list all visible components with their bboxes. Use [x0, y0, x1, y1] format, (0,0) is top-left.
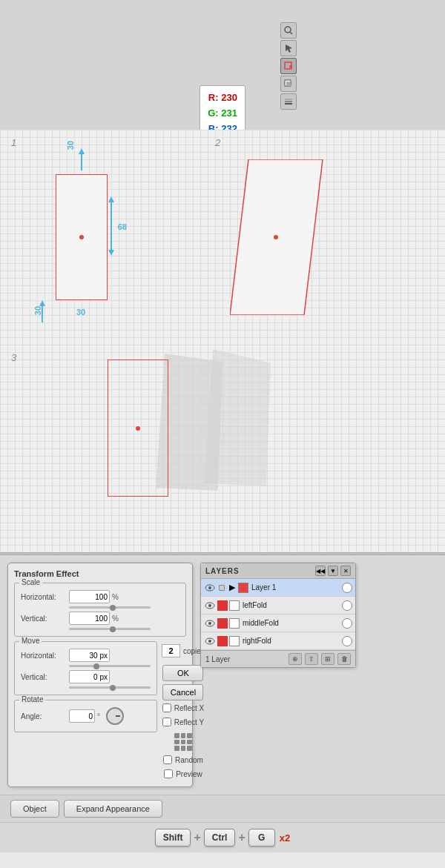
transform-dialog-title: Transform Effect — [14, 569, 186, 578]
layer-rightfold-row[interactable]: rightFold — [201, 632, 355, 650]
layer-leftfold-circle[interactable] — [342, 600, 352, 611]
layer-leftfold-name: leftFold — [243, 601, 342, 609]
move-h-slider[interactable] — [69, 665, 151, 667]
rotate-section: Rotate Angle: ° — [14, 700, 157, 732]
layers-footer-label: 1 Layer — [205, 655, 230, 663]
shape2 — [230, 159, 326, 317]
layer-rightfold-stripe — [217, 636, 228, 646]
layer-middlefold-row[interactable]: middleFold — [201, 614, 355, 632]
layer-1-row[interactable]: ▶ Layer 1 — [201, 579, 355, 597]
layers-collapse-btn[interactable]: ◀◀ — [315, 566, 326, 576]
layer-rightfold-visibility[interactable] — [204, 635, 216, 647]
scale-v-input[interactable] — [69, 612, 110, 625]
shift-key[interactable]: Shift — [155, 829, 191, 847]
section-1-label: 1 — [11, 137, 16, 148]
measure-top-label: 30 — [66, 141, 75, 150]
move-v-slider[interactable] — [69, 686, 151, 689]
scale-h-slider[interactable] — [69, 606, 151, 609]
measure-right-label: 68 — [118, 222, 127, 231]
reflect-y-label: Reflect Y — [174, 718, 204, 726]
svg-point-18 — [274, 235, 278, 239]
move-section: Move Horizontal: Vertical: — [14, 641, 157, 695]
color-g-value: G: 231 — [208, 106, 237, 122]
reflect-y-checkbox[interactable] — [162, 718, 171, 726]
scale-v-label: Vertical: — [21, 614, 69, 623]
layers-new-btn[interactable]: ⊕ — [289, 653, 302, 665]
copies-input[interactable] — [162, 644, 180, 657]
rotate-dial[interactable] — [106, 707, 124, 725]
preview-checkbox[interactable] — [164, 769, 173, 778]
bottom-panel: Transform Effect Scale Horizontal: % Ver… — [0, 555, 445, 795]
layers-duplicate-btn[interactable]: ⊞ — [321, 653, 334, 665]
layers-tool-btn[interactable] — [280, 93, 297, 110]
shape1-center-dot — [79, 235, 84, 239]
move-h-input[interactable] — [69, 649, 110, 662]
svg-point-22 — [208, 604, 211, 607]
layer-rightfold-swatch — [229, 636, 240, 646]
reflect-x-checkbox[interactable] — [162, 703, 171, 712]
layers-move-btn[interactable]: ⇧ — [305, 653, 318, 665]
layer-1-lock — [217, 583, 226, 592]
layer-middlefold-visibility[interactable] — [204, 617, 216, 629]
svg-marker-14 — [108, 250, 114, 256]
cancel-button[interactable]: Cancel — [162, 684, 203, 700]
copies-row: copies — [162, 644, 205, 657]
layer-1-circle[interactable] — [342, 583, 352, 593]
shortcut-bar: Shift + Ctrl + G x2 — [0, 822, 445, 852]
svg-marker-2 — [286, 44, 292, 53]
layers-title-bar: LAYERS ◀◀ ▼ ✕ — [201, 563, 355, 579]
layer-1-visibility[interactable] — [204, 582, 216, 594]
angle-input[interactable] — [69, 709, 95, 723]
svg-point-20 — [208, 586, 211, 589]
shape1: 30 68 30 30 — [56, 174, 108, 300]
shape3 — [108, 360, 168, 497]
layers-close-btn[interactable]: ✕ — [340, 566, 351, 576]
svg-marker-16 — [39, 300, 45, 306]
scale-v-slider[interactable] — [69, 628, 151, 630]
svg-line-1 — [290, 32, 292, 34]
zoom-tool-btn[interactable] — [280, 22, 297, 39]
reflect-y-row: Reflect Y — [162, 718, 204, 726]
layer-leftfold-row[interactable]: leftFold — [201, 597, 355, 614]
move-h-row: Horizontal: — [21, 649, 151, 662]
g-key[interactable]: G — [248, 829, 275, 847]
layer-leftfold-visibility[interactable] — [204, 600, 216, 612]
scale-v-unit: % — [112, 614, 119, 623]
reflect-x-row: Reflect X — [162, 703, 205, 712]
ctrl-key[interactable]: Ctrl — [204, 829, 236, 847]
scale-h-input[interactable] — [69, 590, 110, 603]
svg-point-0 — [285, 27, 291, 33]
svg-rect-8 — [285, 101, 292, 102]
section-3-label: 3 — [11, 352, 16, 363]
transform-dialog: Transform Effect Scale Horizontal: % Ver… — [7, 563, 193, 787]
expand-appearance-button[interactable]: Expand Appearance — [64, 800, 162, 818]
section-2-label: 2 — [215, 137, 220, 148]
move-label: Move — [19, 637, 42, 645]
layer-leftfold-stripe — [217, 600, 228, 611]
layer-middlefold-circle[interactable] — [342, 618, 352, 629]
layers-expand-btn[interactable]: ▼ — [328, 566, 338, 576]
fill-tool-btn[interactable] — [280, 76, 297, 92]
move-h-label: Horizontal: — [21, 652, 69, 660]
shape2-parallelogram — [230, 159, 326, 315]
layers-scroll-area[interactable]: ▶ Layer 1 leftFold — [201, 579, 355, 650]
action-bar: Object Expand Appearance — [0, 795, 445, 822]
layer-1-swatch — [238, 583, 248, 593]
random-checkbox[interactable] — [163, 755, 172, 764]
shape3-ghost2 — [204, 349, 271, 486]
layer-1-expand[interactable]: ▶ — [228, 583, 237, 592]
layers-delete-btn[interactable]: 🗑 — [337, 653, 351, 665]
move-v-input[interactable] — [69, 670, 110, 683]
top-toolbar: R: 230 G: 231 B: 232 — [0, 0, 445, 130]
layer-rightfold-circle[interactable] — [342, 636, 352, 646]
svg-rect-6 — [286, 82, 291, 86]
select-tool-btn[interactable] — [280, 40, 297, 56]
ok-button[interactable]: OK — [162, 665, 203, 681]
angle-label: Angle: — [21, 712, 69, 720]
scale-h-label: Horizontal: — [21, 593, 69, 601]
layers-controls: ◀◀ ▼ ✕ — [315, 566, 351, 576]
object-button[interactable]: Object — [10, 800, 59, 818]
random-grid-icon — [174, 733, 192, 751]
transform-tool-btn[interactable] — [280, 58, 297, 74]
shape1-rect — [56, 174, 108, 300]
